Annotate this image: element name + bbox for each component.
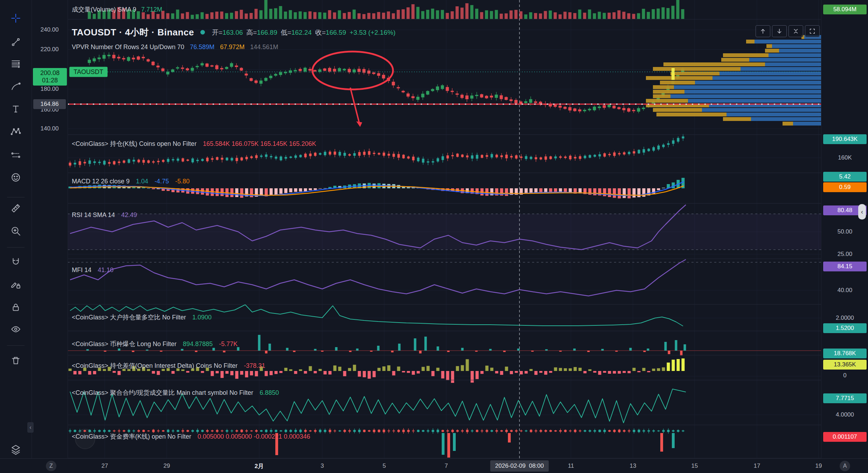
- candle-body: [231, 431, 233, 431]
- candle-body: [627, 108, 631, 112]
- pane-title-funding[interactable]: <CoinGlass> 资金费率(K线) open No Filter0.005…: [72, 432, 314, 441]
- fib-retracement-tool[interactable]: [6, 56, 26, 72]
- candle-body: [309, 431, 312, 432]
- pane-title-mfi[interactable]: MFI 1441.10: [72, 266, 117, 274]
- volume-bar: [279, 6, 282, 19]
- oi-delta-bar: [441, 371, 445, 378]
- candle-body: [309, 154, 312, 156]
- candle-body: [318, 69, 322, 72]
- volume-bar: [206, 14, 209, 19]
- candle-body: [564, 157, 567, 158]
- candle-body: [319, 153, 322, 155]
- pane-collapse-button[interactable]: [788, 25, 803, 37]
- arrow-down-icon: [776, 27, 783, 35]
- pane-title-oi-delta[interactable]: <CoinGlass> 持仓差值(Open Interest Delta) Co…: [72, 361, 269, 370]
- candle-body: [162, 160, 165, 162]
- pane-move-down-button[interactable]: [772, 25, 787, 37]
- long-short-position-tool[interactable]: [6, 147, 26, 163]
- drawing-lock-tool[interactable]: [6, 276, 26, 292]
- candle-body: [84, 162, 86, 163]
- candle-body: [246, 431, 248, 432]
- pane-move-up-button[interactable]: [756, 25, 770, 37]
- scale-tick-label: 2.0000: [821, 315, 868, 322]
- candle-body: [682, 431, 684, 432]
- right-price-scale[interactable]: 58.094M190.643K160K5.420.5980.4850.0025.…: [821, 0, 868, 458]
- candle-body: [358, 152, 361, 156]
- candle-body: [250, 78, 253, 81]
- brush-icon: [11, 82, 21, 92]
- vpvr-down-bar: [674, 85, 821, 89]
- scale-tick-label: 0: [821, 372, 868, 379]
- symbol-title[interactable]: TAOUSDT · 4小时 · Binance: [72, 26, 194, 39]
- candle-body: [486, 155, 488, 157]
- candle-body: [157, 161, 160, 162]
- oi-delta-bar: [284, 368, 288, 371]
- measure-tool[interactable]: [6, 200, 26, 216]
- oi-delta-bar: [363, 371, 366, 377]
- ohlc-value: 163.06: [222, 28, 243, 36]
- pane-maximize-button[interactable]: [805, 25, 820, 37]
- volume-indicator-title[interactable]: 成交量(Volume) SMA 9: [72, 5, 136, 14]
- object-tree-tool[interactable]: [6, 441, 26, 458]
- oi-delta-bar: [623, 371, 626, 373]
- right-scale-collapse-button[interactable]: ‹: [858, 204, 866, 219]
- text-tool[interactable]: [6, 101, 26, 117]
- xabcd-pattern-tool[interactable]: [6, 123, 26, 140]
- pane-title-agg-ratio[interactable]: <CoinGlass> 聚合合约/现货成交量比 Main chart symbo…: [72, 388, 282, 397]
- pane-title-liquidation[interactable]: <CoinGlass> 币种爆仓 Long No Filter894.87885…: [72, 340, 241, 348]
- lock-all-drawings-tool[interactable]: [6, 299, 26, 316]
- adjust-badge[interactable]: A: [840, 461, 850, 471]
- candle-body: [545, 156, 547, 160]
- brush-tool[interactable]: [6, 79, 26, 95]
- candle-body: [642, 108, 645, 109]
- candle-body: [339, 431, 341, 432]
- pane-title-oi[interactable]: <CoinGlass> 持仓(K线) Coins open No Filter1…: [72, 140, 319, 148]
- pane-title-macd[interactable]: MACD 12 26 close 91.04-4.75-5.80: [72, 178, 193, 185]
- timezone-badge[interactable]: Z: [46, 461, 56, 471]
- candle-body: [143, 430, 145, 432]
- left-price-scale[interactable]: 240.00220.00180.00160.00140.00200.0801:2…: [32, 0, 68, 458]
- emoji-tool[interactable]: [6, 169, 26, 185]
- vpvr-up-bar: [653, 108, 702, 112]
- oi-delta-bar: [368, 371, 371, 379]
- toolbar-collapse-button[interactable]: ‹: [27, 422, 34, 433]
- candle-body: [437, 430, 439, 432]
- macd-histogram-bar: [230, 188, 234, 197]
- hide-drawings-tool[interactable]: [6, 322, 26, 338]
- liq-short-bar: [643, 351, 646, 352]
- trend-line-tool[interactable]: [6, 34, 26, 50]
- liq-long-bar: [314, 349, 317, 351]
- time-axis[interactable]: Z27292月35711131517192026-02-09 08:00A: [0, 458, 868, 473]
- value-badge: 58.094M: [823, 5, 867, 14]
- volume-bar: [598, 12, 601, 19]
- oi-delta-bar: [333, 365, 337, 371]
- candle-body: [490, 96, 493, 97]
- volume-bar: [421, 11, 425, 19]
- candle-body: [255, 81, 258, 83]
- volume-bar: [647, 12, 650, 19]
- volume-bar: [348, 12, 351, 19]
- pane-title-ls-ratio[interactable]: <CoinGlass> 大户持仓量多空比 No Filter1.0900: [72, 313, 215, 322]
- oi-delta-bar: [574, 367, 577, 371]
- macd-histogram-bar: [505, 188, 508, 196]
- volume-bar: [534, 13, 537, 19]
- zoom-in-tool[interactable]: [6, 223, 26, 239]
- volume-bar: [392, 13, 395, 19]
- vpvr-up-bar: [723, 53, 769, 57]
- candle-body: [598, 107, 601, 108]
- magnet-tool[interactable]: [6, 254, 26, 270]
- indicator-value: -378.31: [244, 362, 265, 369]
- candle-body: [412, 96, 415, 98]
- candle-body: [569, 431, 572, 431]
- crosshair-tool[interactable]: [6, 10, 26, 26]
- pane-title-rsi[interactable]: RSI 14 SMA 1442.49: [72, 211, 140, 219]
- indicator-value: -5.77K: [219, 340, 237, 347]
- chart-canvas[interactable]: [0, 0, 868, 473]
- liq-long-bar: [118, 349, 120, 351]
- liq-long-bar: [213, 348, 215, 351]
- candle-body: [599, 430, 601, 432]
- oi-delta-bar: [387, 365, 391, 371]
- remove-drawings-tool[interactable]: [6, 353, 26, 369]
- vpvr-indicator-title[interactable]: VPVR Number Of Rows 24 Up/Down 70: [72, 43, 184, 51]
- liq-short-bar: [370, 351, 373, 352]
